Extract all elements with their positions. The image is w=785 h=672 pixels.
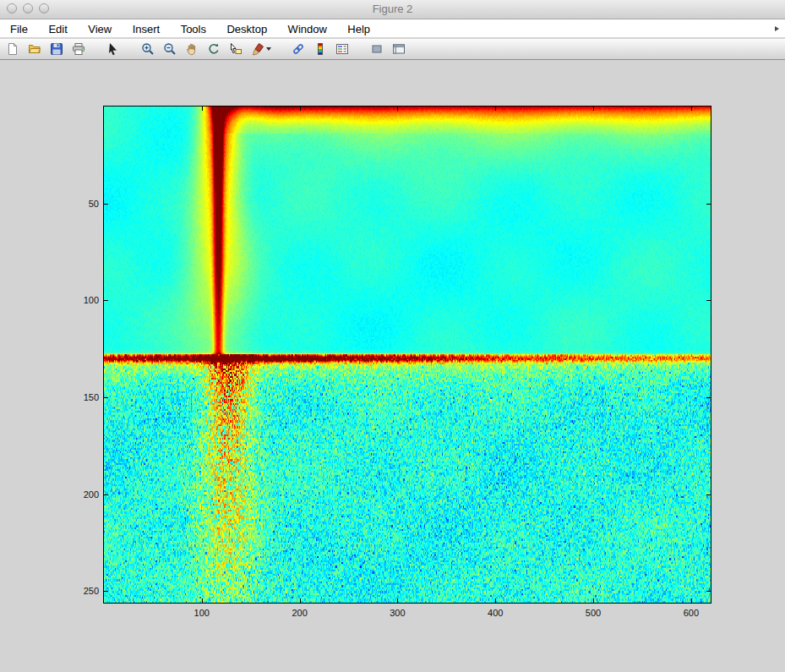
- pan-button[interactable]: [183, 41, 200, 58]
- y-tick-label: 100: [60, 295, 99, 305]
- link-plot-button[interactable]: [290, 41, 307, 58]
- figure-toolbar: [0, 39, 785, 60]
- save-figure-button[interactable]: [48, 41, 65, 58]
- legend-icon: [335, 42, 349, 56]
- edit-plot-button[interactable]: [105, 41, 122, 58]
- heatmap-canvas: [104, 107, 711, 603]
- new-document-icon: [6, 42, 19, 56]
- new-figure-button[interactable]: [4, 41, 21, 58]
- x-tick-label: 100: [185, 608, 219, 618]
- insert-legend-button[interactable]: [334, 41, 351, 58]
- menu-overflow-icon[interactable]: [775, 26, 779, 31]
- print-figure-button[interactable]: [70, 41, 87, 58]
- menu-edit[interactable]: Edit: [40, 19, 75, 37]
- y-tick-label: 150: [60, 392, 99, 402]
- menu-desktop[interactable]: Desktop: [218, 19, 275, 37]
- y-tick-label: 250: [60, 586, 99, 596]
- cursor-arrow-icon: [106, 42, 120, 56]
- window-title-bar[interactable]: Figure 2: [0, 0, 785, 19]
- menu-file[interactable]: File: [2, 19, 36, 37]
- magnifier-minus-icon: [163, 42, 177, 56]
- menu-tools[interactable]: Tools: [172, 19, 215, 37]
- data-cursor-icon: [229, 42, 243, 56]
- save-floppy-icon: [50, 42, 63, 56]
- hand-icon: [185, 42, 199, 56]
- menu-view[interactable]: View: [79, 19, 120, 37]
- x-tick-label: 300: [380, 608, 414, 618]
- zoom-out-button[interactable]: [161, 41, 178, 58]
- menu-help[interactable]: Help: [339, 19, 379, 37]
- show-plot-tools-icon: [392, 42, 406, 56]
- rotate-3d-button[interactable]: [205, 41, 222, 58]
- insert-colorbar-button[interactable]: [312, 41, 329, 58]
- menu-insert[interactable]: Insert: [124, 19, 169, 37]
- x-tick-label: 500: [576, 608, 610, 618]
- printer-icon: [72, 42, 85, 56]
- window-title: Figure 2: [0, 3, 785, 15]
- open-file-button[interactable]: [26, 41, 43, 58]
- open-folder-icon: [28, 42, 41, 56]
- brush-data-button[interactable]: [249, 41, 272, 58]
- zoom-in-button[interactable]: [139, 41, 156, 58]
- x-tick-label: 200: [283, 608, 317, 618]
- y-tick-label: 50: [60, 199, 99, 209]
- menu-bar: File Edit View Insert Tools Desktop Wind…: [0, 19, 785, 38]
- x-tick-label: 400: [478, 608, 512, 618]
- chain-link-icon: [292, 42, 305, 56]
- menu-window[interactable]: Window: [280, 19, 335, 37]
- hide-plot-tools-icon: [370, 42, 384, 56]
- y-tick-label: 200: [60, 489, 99, 500]
- axes-box: [103, 106, 711, 604]
- colorbar-icon: [313, 42, 327, 56]
- data-cursor-button[interactable]: [227, 41, 244, 58]
- rotate-arrow-icon: [207, 42, 221, 56]
- brush-icon: [251, 42, 264, 56]
- figure-canvas-area: 10020030040050060050100150200250: [0, 61, 785, 672]
- hide-plot-tools-button[interactable]: [368, 41, 385, 58]
- x-tick-label: 600: [674, 608, 708, 618]
- magnifier-plus-icon: [141, 42, 155, 56]
- show-plot-tools-button[interactable]: [390, 41, 407, 58]
- brush-dropdown-icon[interactable]: [266, 47, 271, 51]
